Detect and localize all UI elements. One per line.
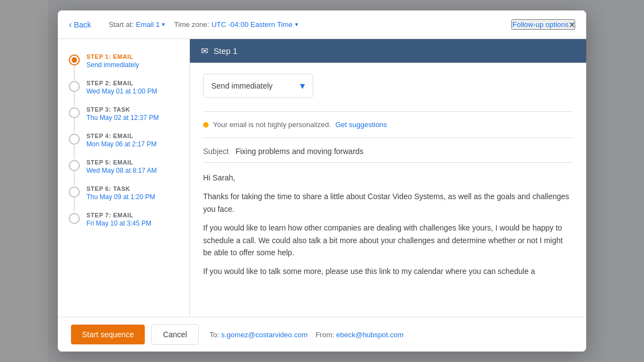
get-suggestions-link[interactable]: Get suggestions — [335, 120, 387, 129]
email-greeting: Hi Sarah, — [203, 172, 573, 184]
subject-label: Subject — [203, 147, 229, 156]
modal-footer: Start sequence Cancel To: s.gomez@costar… — [58, 317, 586, 352]
step-item-7[interactable]: STEP 7: EMAILFri May 10 at 3:45 PM — [58, 206, 189, 233]
divider-1 — [203, 111, 573, 112]
step-item-1[interactable]: STEP 1: EMAILSend immediately — [58, 48, 189, 74]
steps-panel: STEP 1: EMAILSend immediatelySTEP 2: EMA… — [58, 39, 190, 317]
step-date-1: Send immediately — [86, 61, 178, 69]
step-date-3: Thu May 02 at 12:37 PM — [86, 114, 178, 122]
step-item-3[interactable]: STEP 3: TASKThu May 02 at 12:37 PM — [58, 101, 189, 127]
modal-overlay: ‹ Back Start at: Email 1 ▾ Time zone: UT… — [0, 0, 644, 362]
step-label-1: STEP 1: EMAIL — [86, 53, 178, 60]
step-info-5: STEP 5: EMAILWed May 08 at 8:17 AM — [86, 159, 178, 174]
subject-row: Subject Fixing problems and moving forwa… — [203, 147, 573, 163]
step-label-7: STEP 7: EMAIL — [86, 212, 178, 218]
step-label-6: STEP 6: TASK — [86, 185, 178, 192]
step-label-3: STEP 3: TASK — [86, 106, 178, 113]
footer-info: To: s.gomez@costarvideo.com From: ebeck@… — [210, 331, 403, 339]
back-button[interactable]: ‹ Back — [69, 20, 91, 30]
step-content-header: ✉ Step 1 — [190, 39, 586, 63]
modal-header: ‹ Back Start at: Email 1 ▾ Time zone: UT… — [58, 10, 586, 39]
from-email[interactable]: ebeck@hubspot.com — [336, 331, 403, 339]
step-label-5: STEP 5: EMAIL — [86, 159, 178, 166]
step-info-4: STEP 4: EMAILMon May 06 at 2:17 PM — [86, 133, 178, 148]
send-dropdown-value: Send immediately — [211, 81, 272, 90]
step-circle-4 — [69, 134, 80, 145]
timezone-chevron-icon: ▾ — [295, 21, 298, 28]
from-label: From: — [315, 331, 334, 339]
step-item-4[interactable]: STEP 4: EMAILMon May 06 at 2:17 PM — [58, 127, 189, 153]
send-dropdown-chevron-icon: ▾ — [300, 80, 305, 92]
personalization-text: Your email is not highly personalized. — [213, 120, 331, 129]
step-info-1: STEP 1: EMAILSend immediately — [86, 53, 178, 69]
timezone-value-text: UTC -04:00 Eastern Time — [211, 20, 292, 29]
follow-up-label: Follow-up options — [512, 20, 569, 29]
personalization-warning: Your email is not highly personalized. G… — [203, 120, 573, 129]
step-content-body: Send immediately ▾ Your email is not hig… — [190, 63, 586, 317]
modal-body: STEP 1: EMAILSend immediatelySTEP 2: EMA… — [58, 39, 586, 317]
timezone-label: Time zone: — [174, 20, 209, 29]
content-panel: ✉ Step 1 Send immediately ▾ Your email i… — [190, 39, 586, 317]
divider-2 — [203, 138, 573, 138]
step-circle-2 — [69, 81, 80, 92]
close-button[interactable]: × — [566, 17, 577, 32]
step-label-4: STEP 4: EMAIL — [86, 133, 178, 139]
step-date-5: Wed May 08 at 8:17 AM — [86, 167, 178, 174]
back-chevron-icon: ‹ — [69, 20, 72, 30]
email-paragraph-2: If you would like to learn how other com… — [203, 222, 573, 259]
timezone-dropdown[interactable]: UTC -04:00 Eastern Time ▾ — [211, 20, 298, 29]
step-circle-6 — [69, 187, 80, 198]
step-info-6: STEP 6: TASKThu May 09 at 1:20 PM — [86, 185, 178, 201]
email-icon: ✉ — [201, 46, 208, 56]
step-item-5[interactable]: STEP 5: EMAILWed May 08 at 8:17 AM — [58, 153, 189, 180]
step-item-6[interactable]: STEP 6: TASKThu May 09 at 1:20 PM — [58, 180, 189, 206]
step-date-7: Fri May 10 at 3:45 PM — [86, 220, 178, 227]
subject-text: Fixing problems and moving forwards — [236, 147, 364, 156]
to-email[interactable]: s.gomez@costarvideo.com — [221, 331, 308, 339]
step-info-3: STEP 3: TASKThu May 02 at 12:37 PM — [86, 106, 178, 122]
start-at-dropdown[interactable]: Email 1 ▾ — [136, 20, 165, 29]
step-circle-7 — [69, 213, 80, 224]
start-sequence-button[interactable]: Start sequence — [71, 325, 145, 344]
email-paragraph-3: If you would like to talk some more, ple… — [203, 265, 573, 277]
email-paragraph-1: Thanks for taking the time to share a li… — [203, 190, 573, 215]
start-at-label: Start at: — [108, 20, 134, 29]
step-circle-3 — [69, 107, 80, 118]
send-timing-dropdown[interactable]: Send immediately ▾ — [203, 74, 313, 98]
step-circle-1 — [69, 54, 80, 65]
warning-dot-icon — [203, 122, 209, 128]
cancel-button[interactable]: Cancel — [151, 324, 199, 345]
step-date-4: Mon May 06 at 2:17 PM — [86, 140, 178, 148]
step-date-6: Thu May 09 at 1:20 PM — [86, 193, 178, 201]
step-info-2: STEP 2: EMAILWed May 01 at 1:00 PM — [86, 80, 178, 95]
step-item-2[interactable]: STEP 2: EMAILWed May 01 at 1:00 PM — [58, 74, 189, 101]
step-header-title: Step 1 — [214, 46, 237, 56]
start-at-chevron-icon: ▾ — [162, 21, 165, 28]
step-label-2: STEP 2: EMAIL — [86, 80, 178, 86]
start-at-value-text: Email 1 — [136, 20, 160, 29]
step-date-2: Wed May 01 at 1:00 PM — [86, 87, 178, 95]
step-circle-5 — [69, 160, 80, 171]
to-label: To: — [210, 331, 219, 339]
follow-up-button[interactable]: Follow-up options ▾ — [511, 19, 575, 30]
sequence-modal: ‹ Back Start at: Email 1 ▾ Time zone: UT… — [58, 10, 586, 352]
back-label: Back — [74, 20, 91, 29]
email-body: Hi Sarah, Thanks for taking the time to … — [203, 172, 573, 278]
step-info-7: STEP 7: EMAILFri May 10 at 3:45 PM — [86, 212, 178, 227]
